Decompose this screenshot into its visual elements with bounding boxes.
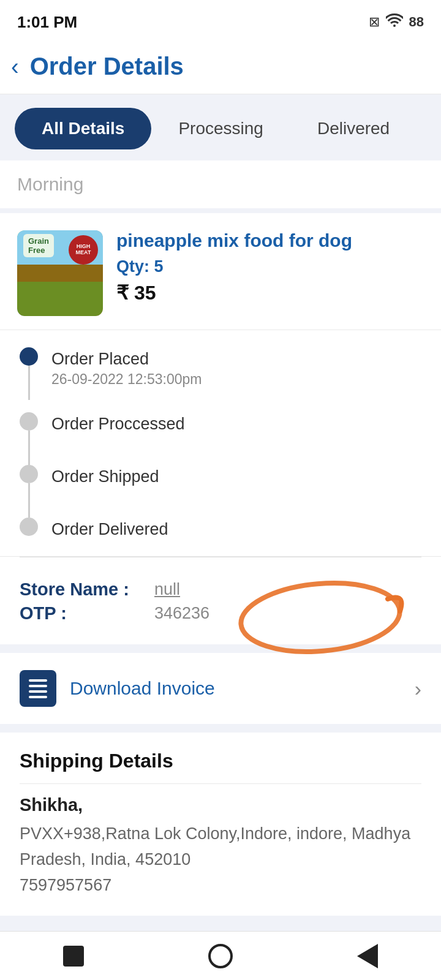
battery-icon: 88 bbox=[409, 14, 424, 30]
tab-all-details[interactable]: All Details bbox=[15, 108, 151, 149]
step-content-shipped: Order Shipped bbox=[51, 465, 159, 511]
stop-icon bbox=[63, 946, 84, 967]
chevron-right-icon: › bbox=[415, 677, 421, 701]
download-invoice-section[interactable]: Download Invoice › bbox=[0, 653, 441, 724]
step-dot-shipped bbox=[20, 465, 38, 483]
nav-back-button[interactable] bbox=[351, 940, 384, 973]
status-bar: 1:01 PM ⊠ 88 bbox=[0, 0, 441, 39]
step-line-placed bbox=[28, 366, 30, 400]
product-image-content: GrainFree HIGHMEAT bbox=[17, 230, 103, 316]
step-line-processed bbox=[28, 431, 30, 465]
step-title-delivered: Order Delivered bbox=[51, 520, 168, 539]
tabs-container: All Details Processing Delivered bbox=[0, 94, 441, 149]
tracking-step-delivered: Order Delivered bbox=[20, 518, 421, 539]
shipping-name: Shikha, bbox=[20, 795, 421, 815]
status-time: 1:01 PM bbox=[17, 13, 77, 32]
download-invoice-label: Download Invoice bbox=[70, 678, 401, 699]
step-title-processed: Order Proccessed bbox=[51, 415, 185, 434]
product-name: pineapple mix food for dog bbox=[116, 230, 424, 251]
invoice-line-3 bbox=[29, 690, 47, 693]
step-indicator-shipped bbox=[20, 465, 38, 518]
product-image: GrainFree HIGHMEAT bbox=[17, 230, 103, 316]
shipping-section: Shipping Details Shikha, PVXX+938,Ratna … bbox=[0, 733, 441, 916]
step-content-placed: Order Placed 26-09-2022 12:53:00pm bbox=[51, 347, 202, 412]
tracking-step-shipped: Order Shipped bbox=[20, 465, 421, 518]
step-subtitle-placed: 26-09-2022 12:53:00pm bbox=[51, 371, 202, 388]
otp-label: OTP : bbox=[20, 603, 154, 624]
invoice-icon bbox=[20, 670, 56, 707]
product-info: pineapple mix food for dog Qty: 5 ₹ 35 bbox=[116, 230, 424, 304]
wifi-icon bbox=[386, 13, 403, 31]
step-dot-placed bbox=[20, 347, 38, 366]
bottom-nav bbox=[0, 931, 441, 980]
invoice-line-4 bbox=[29, 696, 47, 698]
product-card: GrainFree HIGHMEAT pineapple mix food fo… bbox=[0, 213, 441, 330]
page-title: Order Details bbox=[30, 53, 184, 80]
header: ‹ Order Details bbox=[0, 39, 441, 94]
order-tracking: Order Placed 26-09-2022 12:53:00pm Order… bbox=[0, 330, 441, 556]
step-dot-processed bbox=[20, 412, 38, 431]
home-icon bbox=[208, 944, 233, 968]
section-label: Morning bbox=[0, 160, 441, 208]
invoice-line-2 bbox=[29, 685, 47, 687]
back-button[interactable]: ‹ bbox=[11, 55, 19, 78]
product-price: ₹ 35 bbox=[116, 281, 424, 304]
step-title-placed: Order Placed bbox=[51, 350, 202, 369]
back-icon bbox=[357, 944, 378, 968]
store-otp-section: Store Name : null OTP : 346236 bbox=[0, 556, 441, 644]
invoice-line-1 bbox=[29, 679, 47, 682]
product-quantity: Qty: 5 bbox=[116, 257, 424, 276]
step-line-shipped bbox=[28, 483, 30, 518]
step-content-delivered: Order Delivered bbox=[51, 518, 168, 539]
nav-stop-button[interactable] bbox=[57, 940, 90, 973]
shipping-title: Shipping Details bbox=[20, 750, 421, 784]
store-name-label: Store Name : bbox=[20, 579, 154, 600]
shipping-address: PVXX+938,Ratna Lok Colony,Indore, indore… bbox=[20, 821, 421, 899]
tracking-step-placed: Order Placed 26-09-2022 12:53:00pm bbox=[20, 347, 421, 412]
step-indicator-delivered bbox=[20, 518, 38, 536]
screenshot-icon: ⊠ bbox=[369, 14, 380, 30]
step-dot-delivered bbox=[20, 518, 38, 536]
tracking-steps: Order Placed 26-09-2022 12:53:00pm Order… bbox=[20, 347, 421, 539]
step-content-processed: Order Proccessed bbox=[51, 412, 185, 458]
tracking-step-processed: Order Proccessed bbox=[20, 412, 421, 465]
otp-row: OTP : 346236 bbox=[20, 603, 421, 624]
store-name-value: null bbox=[154, 580, 180, 599]
step-indicator-placed bbox=[20, 347, 38, 400]
nav-home-button[interactable] bbox=[204, 940, 237, 973]
store-name-row: Store Name : null bbox=[20, 579, 421, 600]
status-icons: ⊠ 88 bbox=[369, 13, 424, 31]
step-title-shipped: Order Shipped bbox=[51, 467, 159, 486]
store-otp-inner: Store Name : null OTP : 346236 bbox=[20, 568, 421, 624]
shipping-phone: 7597957567 bbox=[20, 876, 111, 894]
tab-processing[interactable]: Processing bbox=[151, 108, 290, 149]
tab-delivered[interactable]: Delivered bbox=[290, 108, 417, 149]
invoice-icon-lines bbox=[29, 679, 47, 698]
otp-value: 346236 bbox=[154, 604, 209, 623]
step-indicator-processed bbox=[20, 412, 38, 465]
